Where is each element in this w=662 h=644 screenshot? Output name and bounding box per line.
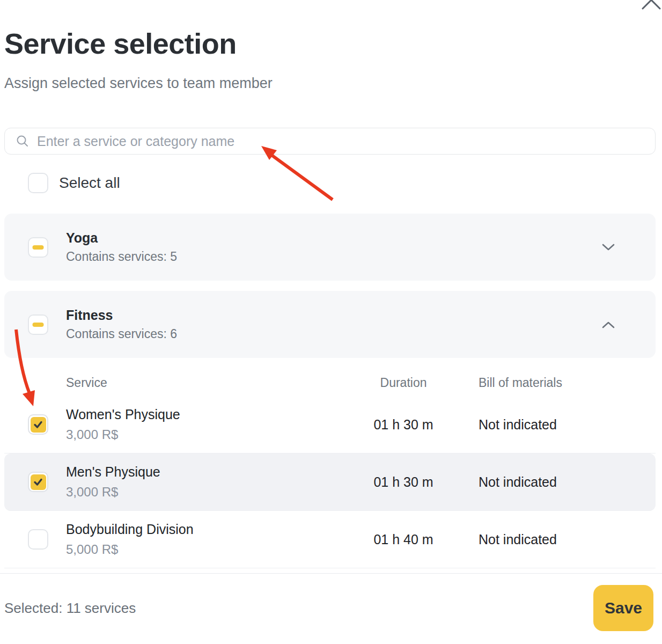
category-summary: Contains services: 6: [66, 327, 177, 341]
search-input[interactable]: [37, 134, 627, 149]
service-selection-modal: Service selection Assign selected servic…: [0, 0, 662, 644]
category-row-yoga[interactable]: Yoga Contains services: 5: [4, 214, 656, 281]
table-row-bodybuilding-division: Bodybuilding Division 5,000 R$ 01 h 40 m…: [4, 511, 656, 568]
column-header-bill-of-materials: Bill of materials: [479, 376, 656, 390]
column-header-service: Service: [66, 376, 107, 390]
service-price: 3,000 R$: [66, 485, 160, 500]
service-name: Women's Physique: [66, 407, 180, 422]
service-bill-of-materials: Not indicated: [479, 474, 656, 490]
page-title: Service selection: [4, 27, 237, 60]
service-name: Bodybuilding Division: [66, 522, 194, 537]
table-row-womens-physique: Women's Physique 3,000 R$ 01 h 30 m Not …: [4, 396, 656, 453]
save-button[interactable]: Save: [593, 585, 653, 631]
footer-divider: [0, 573, 662, 574]
category-name: Fitness: [66, 308, 177, 323]
chevron-down-icon[interactable]: [601, 243, 616, 252]
service-bill-of-materials: Not indicated: [479, 532, 656, 547]
page-subtitle: Assign selected services to team member: [4, 75, 273, 92]
services-table-body: Women's Physique 3,000 R$ 01 h 30 m Not …: [4, 396, 656, 568]
service-checkbox-mens-physique[interactable]: [28, 472, 48, 492]
service-price: 3,000 R$: [66, 427, 180, 442]
service-duration: 01 h 40 m: [350, 532, 457, 547]
category-checkbox-fitness[interactable]: [28, 314, 48, 335]
category-summary: Contains services: 5: [66, 250, 177, 264]
checkmark-icon: [31, 474, 46, 490]
service-checkbox-bodybuilding-division[interactable]: [28, 529, 48, 550]
selected-count-label: Selected: 11 services: [4, 600, 136, 617]
select-all-checkbox[interactable]: [28, 173, 48, 193]
select-all-row: Select all: [28, 173, 120, 193]
category-checkbox-yoga[interactable]: [28, 237, 48, 258]
service-checkbox-womens-physique[interactable]: [28, 414, 48, 435]
service-duration: 01 h 30 m: [350, 474, 457, 490]
search-box[interactable]: [4, 128, 656, 155]
select-all-label: Select all: [59, 174, 120, 192]
search-icon: [16, 134, 30, 148]
service-duration: 01 h 30 m: [350, 417, 457, 433]
close-icon[interactable]: [639, 0, 662, 12]
category-row-fitness[interactable]: Fitness Contains services: 6: [4, 291, 656, 358]
table-row-mens-physique: Men's Physique 3,000 R$ 01 h 30 m Not in…: [4, 453, 656, 511]
services-table-header: Service Duration Bill of materials: [4, 376, 656, 392]
category-name: Yoga: [66, 230, 177, 246]
column-header-duration: Duration: [350, 376, 457, 390]
service-name: Men's Physique: [66, 464, 160, 480]
service-price: 5,000 R$: [66, 542, 194, 557]
service-bill-of-materials: Not indicated: [479, 417, 656, 433]
chevron-up-icon[interactable]: [601, 320, 616, 330]
checkmark-icon: [31, 417, 46, 433]
